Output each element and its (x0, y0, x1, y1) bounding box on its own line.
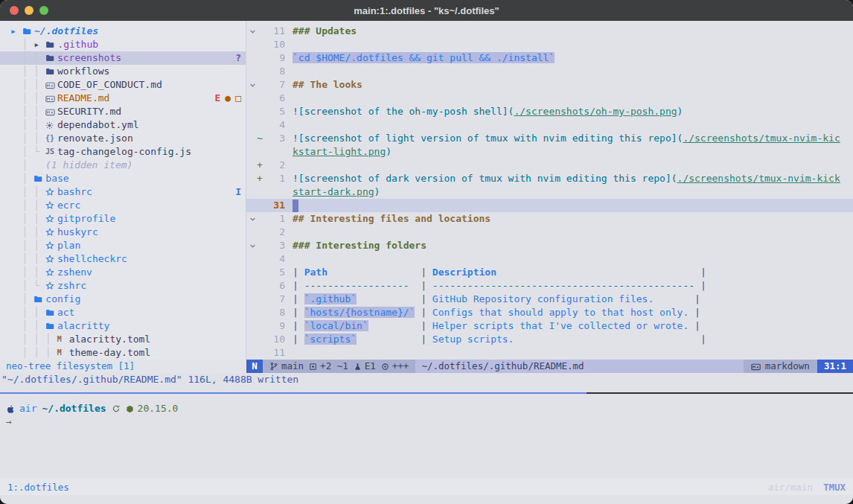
tree-item-workflows[interactable]: │ │ workflows (0, 65, 246, 78)
line-text (285, 92, 293, 105)
editor-line[interactable]: 8| `hosts/{hostname}/` | Configs that sh… (246, 306, 853, 319)
editor-line[interactable]: 7## The looks (246, 78, 853, 92)
tree-item-label: .github (57, 38, 98, 51)
tree-item-ecrc[interactable]: │ │ ecrc (0, 199, 246, 212)
editor-line[interactable]: 11### Updates (246, 25, 853, 38)
editor-buffer[interactable]: 11### Updates 10 9`cd $HOME/.dotfiles &&… (246, 21, 853, 360)
tree-item-renovate-json[interactable]: │ │ {}renovate.json (0, 132, 246, 145)
editor-line[interactable]: 3### Interesting folders (246, 239, 853, 252)
node-segment: 20.15.0 (126, 402, 179, 415)
flask-icon (354, 363, 362, 371)
editor-line[interactable]: 1## Interesting files and locations (246, 212, 853, 226)
indent-guides: │ │ (10, 199, 45, 212)
nvim-statusline: N main +2 ~1 E1 +++ ~/.dotfiles/.github/… (246, 360, 853, 373)
md-icon (45, 107, 57, 117)
fold-chevron-icon[interactable] (246, 212, 257, 226)
folder-icon (45, 67, 57, 76)
tree-item--dotfiles[interactable]: ▸~/.dotfiles (0, 25, 246, 38)
tree-item-bashrc[interactable]: │ │ bashrcI (0, 185, 246, 199)
tree-item-screenshots[interactable]: │ │ screenshots? (0, 51, 246, 65)
editor-line[interactable]: 2 (246, 226, 853, 239)
editor-line[interactable]: 8 (246, 65, 853, 78)
line-text: | `local/bin` | Helper scripts that I've… (285, 319, 700, 333)
line-number: 8 (266, 306, 285, 319)
command-message: "~/.dotfiles/.github/README.md" 116L, 44… (0, 373, 853, 386)
status-row: neo-tree filesystem [1] N main +2 ~1 E1 … (0, 360, 853, 373)
tree-item-code-of-conduct-md[interactable]: │ │ CODE_OF_CONDUCT.md (0, 78, 246, 92)
tree-item-security-md[interactable]: │ │ SECURITY.md (0, 105, 246, 118)
tree-item-gitprofile[interactable]: │ │ gitprofile (0, 212, 246, 226)
editor-line[interactable]: 9| `local/bin` | Helper scripts that I'v… (246, 319, 853, 333)
editor-line[interactable]: +1![screenshot of dark version of tmux w… (246, 172, 853, 185)
git-sign (257, 239, 266, 252)
tree-item-theme-day-toml[interactable]: │ │ │ Mtheme-day.toml (0, 346, 246, 360)
line-text (285, 159, 293, 172)
editor-line[interactable]: 4 (246, 252, 853, 266)
git-sign (257, 185, 266, 199)
tree-item-label: base (45, 172, 68, 185)
editor-line[interactable]: 5![screenshot of the oh-my-posh shell](.… (246, 105, 853, 118)
indent-guides: │ │ (10, 239, 45, 252)
git-sign (257, 293, 266, 306)
line-text: | `hosts/{hostname}/` | Configs that sho… (285, 306, 700, 319)
line-text: ### Interesting folders (285, 239, 426, 252)
line-text: kstart-light.png) (285, 145, 392, 159)
editor-line[interactable]: 4 (246, 118, 853, 132)
editor-line[interactable]: 5| Path | Description | (246, 266, 853, 279)
tmux-window-name[interactable]: 1:.dotfiles (7, 482, 69, 493)
editor-line[interactable]: 7| `.github` | GitHub Repository configu… (246, 293, 853, 306)
expander-icon[interactable]: ▸ (10, 25, 22, 38)
tree-item-tag-changelog-config-js[interactable]: │ └ JStag-changelog-config.js (0, 145, 246, 159)
editor-line[interactable]: ~3![screenshot of light version of tmux … (246, 132, 853, 145)
tree-item-shellcheckrc[interactable]: │ │ shellcheckrc (0, 252, 246, 266)
tree-item-plan[interactable]: │ │ plan (0, 239, 246, 252)
fold-chevron-icon[interactable] (246, 78, 257, 92)
md-icon (45, 94, 57, 103)
editor-line[interactable]: 31 (246, 199, 853, 212)
editor-line[interactable]: kstart-light.png) (246, 145, 853, 159)
tree-item-label: ecrc (57, 199, 80, 212)
tree-item-label: gitprofile (57, 212, 115, 226)
tmux-status-bar: 1:.dotfiles air/main TMUX (0, 479, 853, 495)
line-number: 11 (266, 25, 285, 38)
fold-chevron-icon[interactable] (246, 239, 257, 252)
indent-guides: │ (10, 293, 33, 306)
shell-pane[interactable]: air ~/.dotfiles 20.15.0 → (0, 400, 853, 479)
editor-line[interactable]: 6 (246, 92, 853, 105)
tmux-pane-divider[interactable] (0, 386, 853, 400)
editor-line[interactable]: start-dark.png) (246, 185, 853, 199)
tree-item-dependabot-yml[interactable]: │ │ dependabot.yml (0, 118, 246, 132)
editor-line[interactable]: 6| ------------------ | ----------------… (246, 279, 853, 293)
tree-item-alacritty[interactable]: │ │ alacritty (0, 319, 246, 333)
tree-item-huskyrc[interactable]: │ │ huskyrc (0, 226, 246, 239)
indent-guides: │ │ (10, 306, 45, 319)
prompt-arrow[interactable]: → (6, 415, 853, 429)
tree-item--1-hidden-item-[interactable]: │ (1 hidden item) (0, 159, 246, 172)
editor-line[interactable]: 10 (246, 38, 853, 51)
fold-chevron-icon[interactable] (246, 25, 257, 38)
line-text: ## Interesting files and locations (285, 212, 491, 226)
window-title: main:1:.dotfiles - "ks~/.dotfiles" (0, 5, 853, 16)
editor-line[interactable]: 10| `scripts` | Setup scripts. | (246, 333, 853, 346)
tree-item-readme-md[interactable]: │ │ README.mdE●□ (0, 92, 246, 105)
editor-line[interactable]: 9`cd $HOME/.dotfiles && git pull && ./in… (246, 51, 853, 65)
neotree-sidebar[interactable]: ▸~/.dotfiles │ ▸.github │ │ screenshots?… (0, 21, 246, 360)
star-icon (45, 188, 57, 197)
tree-item-zshenv[interactable]: │ │ zshenv (0, 266, 246, 279)
tree-item-base[interactable]: │ base (0, 172, 246, 185)
expander-icon[interactable]: ▸ (33, 38, 45, 51)
tree-item-config[interactable]: │ config (0, 293, 246, 306)
tree-item-alacritty-toml[interactable]: │ │ │ Malacritty.toml (0, 333, 246, 346)
tree-item-zshrc[interactable]: │ └ zshrc (0, 279, 246, 293)
line-number: 4 (266, 118, 285, 132)
git-sign (257, 78, 266, 92)
git-sign (257, 346, 266, 360)
indent-guides: │ │ (10, 118, 45, 132)
editor-line[interactable]: 11 (246, 346, 853, 360)
line-text (285, 252, 293, 266)
editor-line[interactable]: +2 (246, 159, 853, 172)
os-segment: air (6, 402, 36, 415)
tree-item-act[interactable]: │ │ act (0, 306, 246, 319)
git-branch: main (269, 360, 304, 373)
tree-item--github[interactable]: │ ▸.github (0, 38, 246, 51)
